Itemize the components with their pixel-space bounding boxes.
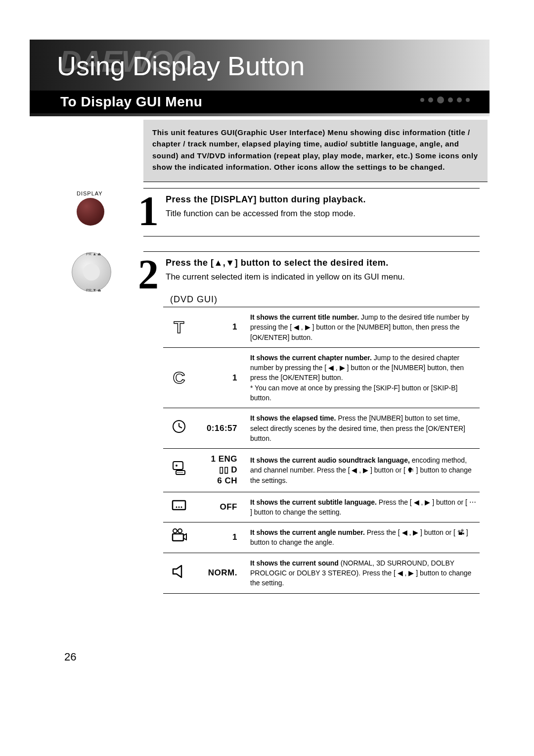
sound-value: NORM. — [195, 553, 243, 593]
desc-bold: It shows the current angle number. — [250, 528, 365, 536]
chapter-icon: C — [163, 347, 195, 408]
subtitle-desc: It shows the current subtitle language. … — [243, 492, 480, 522]
audio-line1: 1 ENG — [199, 454, 237, 465]
step-heading: Press the [▲,▼] button to select the des… — [166, 258, 472, 268]
gui-table: T 1 It shows the current title number. J… — [163, 307, 480, 594]
decorative-dots — [420, 96, 470, 103]
title-value: 1 — [195, 307, 243, 348]
time-desc: It shows the elapsed time. Press the [NU… — [243, 408, 480, 449]
angle-value: 1 — [195, 522, 243, 553]
svg-point-8 — [176, 507, 178, 508]
table-row: NORM. It shows the current sound (NORMAL… — [163, 553, 480, 593]
subtitle-value: OFF — [195, 492, 243, 522]
audio-line3: 6 CH — [199, 475, 237, 486]
svg-point-10 — [181, 507, 182, 508]
desc-bold: It shows the elapsed time. — [250, 414, 336, 422]
clock-icon — [163, 408, 195, 449]
audio-desc: It shows the current audio soundtrack la… — [243, 449, 480, 492]
nav-pad-icon: PR ▲ ⏏ PR ▼ ⏏ — [72, 252, 111, 292]
svg-rect-3 — [173, 462, 183, 470]
step-heading: Press the [DISPLAY] button during playba… — [166, 194, 472, 205]
step-1: 1 Press the [DISPLAY] button during play… — [143, 188, 480, 236]
step-2: 2 Press the [▲,▼] button to select the d… — [143, 251, 480, 296]
desc-bold: It shows the current audio soundtrack la… — [250, 456, 410, 464]
display-button-icon — [77, 198, 104, 226]
svg-rect-7 — [173, 501, 185, 510]
section-bar: To Display GUI Menu — [30, 91, 490, 113]
step-text: Title function can be accessed from the … — [166, 208, 472, 220]
intro-text: This unit features GUI(Graphic User Inte… — [143, 120, 488, 182]
subtitle-icon — [163, 492, 195, 522]
page-title: Using Display Button — [57, 50, 305, 81]
desc-bold: It shows the current subtitle language. — [250, 498, 377, 506]
table-row: 0:16:57 It shows the elapsed time. Press… — [163, 408, 480, 449]
display-button-label: DISPLAY — [77, 190, 103, 196]
desc-bold: It shows the current chapter number. — [250, 354, 372, 362]
table-row: 1 ENG ▯▯ D 6 CH It shows the current aud… — [163, 449, 480, 492]
title-desc: It shows the current title number. Jump … — [243, 307, 480, 348]
step-number: 1 — [134, 194, 163, 228]
audio-value: 1 ENG ▯▯ D 6 CH — [195, 449, 243, 492]
sound-desc: It shows the current sound (NORMAL, 3D S… — [243, 553, 480, 593]
desc-bold: It shows the current sound — [250, 559, 339, 567]
speaker-icon — [163, 553, 195, 593]
nav-bottom-label: PR ▼ ⏏ — [86, 288, 101, 292]
step-number: 2 — [134, 258, 163, 291]
chapter-desc: It shows the current chapter number. Jum… — [243, 347, 480, 408]
svg-point-9 — [178, 507, 180, 508]
angle-desc: It shows the current angle number. Press… — [243, 522, 480, 553]
svg-rect-13 — [173, 534, 183, 541]
audio-line2: ▯▯ D — [199, 465, 237, 475]
table-row: C 1 It shows the current chapter number.… — [163, 347, 480, 408]
section-title: To Display GUI Menu — [30, 94, 202, 110]
svg-point-4 — [176, 465, 178, 467]
table-row: 1 It shows the current angle number. Pre… — [163, 522, 480, 553]
step-text: The current selected item is indicated i… — [166, 271, 472, 283]
svg-point-11 — [173, 529, 177, 533]
table-row: T 1 It shows the current title number. J… — [163, 307, 480, 348]
gui-label: (DVD GUI) — [170, 294, 218, 305]
manual-page: DAEWOO Using Display Button To Display G… — [0, 0, 534, 756]
svg-line-2 — [179, 426, 182, 428]
audio-icon — [163, 449, 195, 492]
table-row: OFF It shows the current subtitle langua… — [163, 492, 480, 522]
desc-bold: It shows the current title number. — [250, 313, 359, 321]
nav-top-label: PR ▲ ⏏ — [86, 252, 101, 256]
svg-point-12 — [178, 529, 182, 533]
chapter-value: 1 — [195, 347, 243, 408]
angle-icon — [163, 522, 195, 553]
page-number: 26 — [64, 651, 76, 663]
title-icon: T — [163, 307, 195, 348]
time-value: 0:16:57 — [195, 408, 243, 449]
